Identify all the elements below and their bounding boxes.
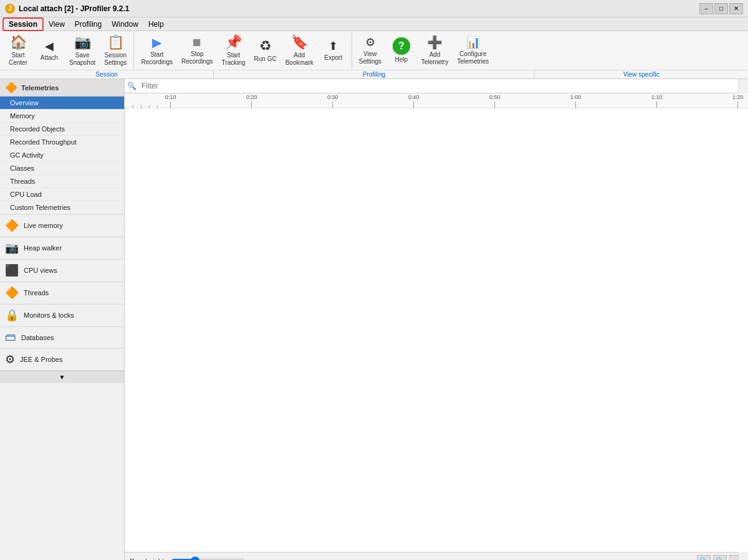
- telemetries-header-label: Telemetries: [21, 84, 59, 92]
- toolbar-group-profiling: ▶ StartRecordings ⏹ StopRecordings 📌 Sta…: [134, 32, 352, 69]
- sidebar-item-databases[interactable]: 🗃 Databases: [0, 326, 124, 348]
- export-label: Export: [324, 54, 342, 62]
- start-recordings-button[interactable]: ▶ StartRecordings: [137, 32, 177, 69]
- menu-session[interactable]: Session: [2, 17, 44, 31]
- add-telemetry-icon: ➕: [427, 35, 443, 50]
- start-center-button[interactable]: 🏠 StartCenter: [2, 32, 34, 69]
- titlebar: J Local attach [2] - JProfiler 9.2.1 – □…: [0, 0, 748, 17]
- export-button[interactable]: ⬆ Export: [318, 32, 349, 69]
- attach-icon: ◀: [45, 39, 54, 53]
- app-icon: J: [5, 4, 15, 14]
- sidebar-item-gc-activity[interactable]: GC Activity: [0, 149, 124, 162]
- minor-tick: [133, 105, 133, 108]
- start-tracking-label: StartTracking: [222, 52, 246, 67]
- view-settings-label: ViewSettings: [359, 50, 381, 65]
- row-height-slider[interactable]: [171, 556, 246, 561]
- cpu-views-icon: ⬛: [5, 263, 19, 277]
- start-tracking-button[interactable]: 📌 StartTracking: [218, 32, 250, 69]
- add-bookmark-icon: 🔖: [291, 34, 308, 50]
- menu-window[interactable]: Window: [107, 19, 143, 30]
- tick-1-20: 1:20: [732, 94, 744, 108]
- zoom-fit-button[interactable]: 🔍: [697, 555, 711, 561]
- attach-button[interactable]: ◀ Attach: [34, 32, 65, 69]
- close-button[interactable]: ✕: [729, 3, 743, 14]
- sidebar-item-threads[interactable]: Threads: [0, 175, 124, 188]
- start-center-icon: 🏠: [10, 34, 27, 50]
- toolbar: 🏠 StartCenter ◀ Attach 📷 SaveSnapshot 📋 …: [0, 31, 748, 79]
- tick-1-00: 1:00: [570, 94, 582, 108]
- filter-input[interactable]: [139, 80, 738, 92]
- sidebar-item-threads-section[interactable]: 🔶 Threads: [0, 282, 124, 304]
- run-gc-button[interactable]: ♻ Run GC: [250, 32, 281, 69]
- zoom-in-button[interactable]: 🔍: [713, 555, 727, 561]
- start-recordings-label: StartRecordings: [141, 51, 173, 66]
- profiling-group-label: Profiling: [214, 70, 534, 78]
- run-gc-label: Run GC: [254, 55, 277, 63]
- sidebar-item-classes[interactable]: Classes: [0, 162, 124, 175]
- start-tracking-icon: 📌: [225, 34, 242, 50]
- session-settings-button[interactable]: 📋 SessionSettings: [100, 32, 131, 69]
- stop-recordings-icon: ⏹: [191, 36, 203, 49]
- sidebar-item-jee-probes[interactable]: ⚙ JEE & Probes: [0, 348, 124, 371]
- menu-help[interactable]: Help: [143, 19, 169, 30]
- filter-bar: 🔍 ▼: [125, 79, 748, 93]
- sidebar-item-live-memory[interactable]: 🔶 Live memory: [0, 214, 124, 237]
- window-title: Local attach [2] - JProfiler 9.2.1: [19, 4, 699, 13]
- main-area: 🔶 Telemetries Overview Memory Recorded O…: [0, 79, 748, 560]
- jee-probes-icon: ⚙: [5, 353, 15, 366]
- sidebar-item-recorded-throughput[interactable]: Recorded Throughput: [0, 136, 124, 149]
- menubar: Session View Profiling Window Help: [0, 17, 748, 31]
- session-settings-icon: 📋: [107, 34, 124, 50]
- timeline-content: [125, 108, 748, 552]
- sidebar-item-recorded-objects[interactable]: Recorded Objects: [0, 123, 124, 136]
- save-snapshot-button[interactable]: 📷 SaveSnapshot: [65, 32, 100, 69]
- stop-recordings-label: StopRecordings: [181, 50, 213, 65]
- attach-label: Attach: [41, 54, 58, 62]
- content-area: 🔍 ▼ 0:10 0:20 0:30: [125, 79, 748, 560]
- view-settings-button[interactable]: ⚙ ViewSettings: [355, 32, 386, 69]
- stop-recordings-button[interactable]: ⏹ StopRecordings: [177, 32, 218, 69]
- configure-telemetries-icon: 📊: [466, 36, 480, 49]
- sidebar-scroll-down[interactable]: ▼: [0, 371, 124, 383]
- configure-telemetries-button[interactable]: 📊 ConfigureTelemetries: [453, 32, 493, 69]
- minor-tick: [157, 105, 158, 108]
- tick-0-10: 0:10: [165, 94, 176, 108]
- start-recordings-icon: ▶: [152, 35, 161, 50]
- timeline-ruler: 0:10 0:20 0:30 0:40: [125, 93, 748, 108]
- live-memory-icon: 🔶: [5, 219, 19, 232]
- sidebar-item-overview[interactable]: Overview: [0, 97, 124, 110]
- window-controls[interactable]: – □ ✕: [699, 3, 743, 14]
- toolbar-group-session: 🏠 StartCenter ◀ Attach 📷 SaveSnapshot 📋 …: [0, 32, 134, 69]
- threads-icon: 🔶: [5, 286, 19, 300]
- run-gc-icon: ♻: [259, 38, 272, 54]
- sidebar: 🔶 Telemetries Overview Memory Recorded O…: [0, 79, 125, 560]
- filter-search-icon: 🔍: [127, 82, 137, 90]
- view-settings-icon: ⚙: [365, 36, 375, 49]
- maximize-button[interactable]: □: [714, 3, 728, 14]
- toolbar-labels: Session Profiling View specific: [0, 70, 748, 78]
- add-bookmark-button[interactable]: 🔖 AddBookmark: [281, 32, 318, 69]
- sidebar-item-heap-walker[interactable]: 📷 Heap walker: [0, 237, 124, 259]
- save-snapshot-icon: 📷: [74, 34, 91, 50]
- databases-icon: 🗃: [5, 331, 16, 344]
- configure-telemetries-label: ConfigureTelemetries: [457, 50, 489, 65]
- session-settings-label: SessionSettings: [104, 52, 127, 67]
- help-button[interactable]: ? Help: [386, 32, 417, 69]
- tick-1-10: 1:10: [651, 94, 663, 108]
- sidebar-item-monitors-locks[interactable]: 🔒 Monitors & locks: [0, 304, 124, 326]
- menu-view[interactable]: View: [44, 19, 70, 30]
- sidebar-item-cpu-load[interactable]: CPU Load: [0, 188, 124, 201]
- tick-0-30: 0:30: [327, 94, 338, 108]
- minor-tick: [149, 105, 150, 108]
- add-bookmark-label: AddBookmark: [285, 52, 314, 67]
- session-group-label: Session: [0, 70, 214, 78]
- bottom-icons: 🔍 🔍 ↔: [697, 555, 743, 561]
- sidebar-item-memory[interactable]: Memory: [0, 110, 124, 123]
- sidebar-item-custom-telemetries[interactable]: Custom Telemetries: [0, 201, 124, 214]
- view-specific-group-label: View specific: [535, 70, 748, 78]
- add-telemetry-button[interactable]: ➕ AddTelemetry: [417, 32, 453, 69]
- sidebar-item-cpu-views[interactable]: ⬛ CPU views: [0, 259, 124, 282]
- minimize-button[interactable]: –: [699, 3, 713, 14]
- menu-profiling[interactable]: Profiling: [70, 19, 107, 30]
- start-center-label: StartCenter: [9, 52, 27, 67]
